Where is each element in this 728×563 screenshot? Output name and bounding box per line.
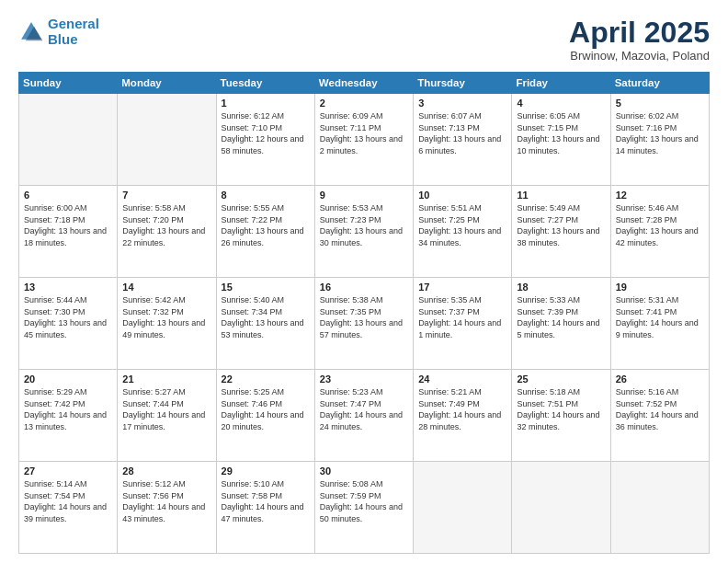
logo-text: General Blue xyxy=(48,17,99,47)
calendar-cell: 27Sunrise: 5:14 AMSunset: 7:54 PMDayligh… xyxy=(19,462,118,554)
calendar-cell: 21Sunrise: 5:27 AMSunset: 7:44 PMDayligh… xyxy=(118,370,216,462)
day-number: 9 xyxy=(320,190,408,201)
weekday-header-friday: Friday xyxy=(512,73,610,94)
calendar-cell: 17Sunrise: 5:35 AMSunset: 7:37 PMDayligh… xyxy=(414,278,512,370)
day-info: Sunrise: 5:29 AMSunset: 7:42 PMDaylight:… xyxy=(24,386,112,432)
day-info: Sunrise: 5:08 AMSunset: 7:59 PMDaylight:… xyxy=(320,478,408,524)
day-info: Sunrise: 6:09 AMSunset: 7:11 PMDaylight:… xyxy=(320,110,408,156)
day-number: 29 xyxy=(222,465,310,477)
day-info: Sunrise: 5:31 AMSunset: 7:41 PMDaylight:… xyxy=(616,294,704,340)
day-number: 16 xyxy=(320,282,408,293)
day-info: Sunrise: 5:42 AMSunset: 7:32 PMDaylight:… xyxy=(122,294,210,340)
day-number: 22 xyxy=(222,373,310,385)
logo: General Blue xyxy=(18,17,99,47)
calendar-cell: 22Sunrise: 5:25 AMSunset: 7:46 PMDayligh… xyxy=(216,370,314,462)
calendar-cell: 6Sunrise: 6:00 AMSunset: 7:18 PMDaylight… xyxy=(19,186,118,278)
week-row-3: 13Sunrise: 5:44 AMSunset: 7:30 PMDayligh… xyxy=(19,278,710,370)
day-info: Sunrise: 6:12 AMSunset: 7:10 PMDaylight:… xyxy=(222,110,310,156)
calendar-cell: 5Sunrise: 6:02 AMSunset: 7:16 PMDaylight… xyxy=(610,94,709,186)
calendar-cell xyxy=(118,94,216,186)
day-number: 6 xyxy=(24,190,112,201)
day-number: 14 xyxy=(122,282,210,293)
calendar-cell xyxy=(19,94,118,186)
week-row-5: 27Sunrise: 5:14 AMSunset: 7:54 PMDayligh… xyxy=(19,462,710,554)
day-info: Sunrise: 5:12 AMSunset: 7:56 PMDaylight:… xyxy=(122,478,210,524)
day-info: Sunrise: 5:44 AMSunset: 7:30 PMDaylight:… xyxy=(24,294,112,340)
day-info: Sunrise: 6:05 AMSunset: 7:15 PMDaylight:… xyxy=(517,110,605,156)
calendar-cell: 13Sunrise: 5:44 AMSunset: 7:30 PMDayligh… xyxy=(19,278,118,370)
day-info: Sunrise: 5:55 AMSunset: 7:22 PMDaylight:… xyxy=(222,202,310,248)
day-info: Sunrise: 5:38 AMSunset: 7:35 PMDaylight:… xyxy=(320,294,408,340)
day-info: Sunrise: 5:10 AMSunset: 7:58 PMDaylight:… xyxy=(222,478,310,524)
day-number: 23 xyxy=(320,373,408,385)
calendar-cell xyxy=(512,462,610,554)
day-number: 19 xyxy=(616,282,704,293)
day-number: 28 xyxy=(122,465,210,477)
day-info: Sunrise: 5:16 AMSunset: 7:52 PMDaylight:… xyxy=(616,386,704,432)
calendar-cell: 23Sunrise: 5:23 AMSunset: 7:47 PMDayligh… xyxy=(314,370,413,462)
calendar-cell: 28Sunrise: 5:12 AMSunset: 7:56 PMDayligh… xyxy=(118,462,216,554)
day-info: Sunrise: 5:25 AMSunset: 7:46 PMDaylight:… xyxy=(222,386,310,432)
calendar-cell xyxy=(414,462,512,554)
day-number: 15 xyxy=(222,282,310,293)
weekday-header-tuesday: Tuesday xyxy=(216,73,314,94)
day-number: 18 xyxy=(517,282,605,293)
calendar-cell xyxy=(610,462,709,554)
day-info: Sunrise: 5:27 AMSunset: 7:44 PMDaylight:… xyxy=(122,386,210,432)
day-info: Sunrise: 5:58 AMSunset: 7:20 PMDaylight:… xyxy=(122,202,210,248)
logo-line2: Blue xyxy=(48,31,78,47)
calendar-cell: 15Sunrise: 5:40 AMSunset: 7:34 PMDayligh… xyxy=(216,278,314,370)
day-number: 5 xyxy=(616,98,704,109)
calendar-cell: 10Sunrise: 5:51 AMSunset: 7:25 PMDayligh… xyxy=(414,186,512,278)
day-info: Sunrise: 5:18 AMSunset: 7:51 PMDaylight:… xyxy=(517,386,605,432)
calendar-cell: 25Sunrise: 5:18 AMSunset: 7:51 PMDayligh… xyxy=(512,370,610,462)
calendar-cell: 3Sunrise: 6:07 AMSunset: 7:13 PMDaylight… xyxy=(414,94,512,186)
calendar-cell: 24Sunrise: 5:21 AMSunset: 7:49 PMDayligh… xyxy=(414,370,512,462)
calendar-cell: 18Sunrise: 5:33 AMSunset: 7:39 PMDayligh… xyxy=(512,278,610,370)
weekday-header-sunday: Sunday xyxy=(19,73,118,94)
day-info: Sunrise: 5:21 AMSunset: 7:49 PMDaylight:… xyxy=(418,386,506,432)
logo-line1: General xyxy=(48,16,99,31)
calendar-cell: 20Sunrise: 5:29 AMSunset: 7:42 PMDayligh… xyxy=(19,370,118,462)
day-info: Sunrise: 5:14 AMSunset: 7:54 PMDaylight:… xyxy=(24,478,112,524)
day-info: Sunrise: 5:35 AMSunset: 7:37 PMDaylight:… xyxy=(418,294,506,340)
day-info: Sunrise: 5:51 AMSunset: 7:25 PMDaylight:… xyxy=(418,202,506,248)
main-title: April 2025 xyxy=(569,17,710,49)
calendar: SundayMondayTuesdayWednesdayThursdayFrid… xyxy=(18,72,710,554)
calendar-cell: 26Sunrise: 5:16 AMSunset: 7:52 PMDayligh… xyxy=(610,370,709,462)
week-row-4: 20Sunrise: 5:29 AMSunset: 7:42 PMDayligh… xyxy=(19,370,710,462)
week-row-1: 1Sunrise: 6:12 AMSunset: 7:10 PMDaylight… xyxy=(19,94,710,186)
day-info: Sunrise: 5:40 AMSunset: 7:34 PMDaylight:… xyxy=(222,294,310,340)
subtitle: Brwinow, Mazovia, Poland xyxy=(569,49,710,63)
day-number: 27 xyxy=(24,465,112,477)
day-info: Sunrise: 5:46 AMSunset: 7:28 PMDaylight:… xyxy=(616,202,704,248)
weekday-header-wednesday: Wednesday xyxy=(314,73,413,94)
calendar-cell: 2Sunrise: 6:09 AMSunset: 7:11 PMDaylight… xyxy=(314,94,413,186)
calendar-cell: 16Sunrise: 5:38 AMSunset: 7:35 PMDayligh… xyxy=(314,278,413,370)
day-number: 21 xyxy=(122,373,210,385)
calendar-cell: 4Sunrise: 6:05 AMSunset: 7:15 PMDaylight… xyxy=(512,94,610,186)
day-number: 26 xyxy=(616,373,704,385)
logo-icon xyxy=(18,19,44,45)
weekday-header-monday: Monday xyxy=(118,73,216,94)
day-number: 25 xyxy=(517,373,605,385)
day-info: Sunrise: 5:23 AMSunset: 7:47 PMDaylight:… xyxy=(320,386,408,432)
day-number: 10 xyxy=(418,190,506,201)
calendar-cell: 8Sunrise: 5:55 AMSunset: 7:22 PMDaylight… xyxy=(216,186,314,278)
day-info: Sunrise: 5:33 AMSunset: 7:39 PMDaylight:… xyxy=(517,294,605,340)
day-number: 13 xyxy=(24,282,112,293)
day-number: 1 xyxy=(222,98,310,109)
calendar-cell: 29Sunrise: 5:10 AMSunset: 7:58 PMDayligh… xyxy=(216,462,314,554)
calendar-cell: 1Sunrise: 6:12 AMSunset: 7:10 PMDaylight… xyxy=(216,94,314,186)
day-info: Sunrise: 6:00 AMSunset: 7:18 PMDaylight:… xyxy=(24,202,112,248)
day-number: 24 xyxy=(418,373,506,385)
day-number: 8 xyxy=(222,190,310,201)
week-row-2: 6Sunrise: 6:00 AMSunset: 7:18 PMDaylight… xyxy=(19,186,710,278)
calendar-cell: 11Sunrise: 5:49 AMSunset: 7:27 PMDayligh… xyxy=(512,186,610,278)
calendar-cell: 30Sunrise: 5:08 AMSunset: 7:59 PMDayligh… xyxy=(314,462,413,554)
day-info: Sunrise: 6:07 AMSunset: 7:13 PMDaylight:… xyxy=(418,110,506,156)
day-number: 11 xyxy=(517,190,605,201)
day-number: 4 xyxy=(517,98,605,109)
weekday-header-thursday: Thursday xyxy=(414,73,512,94)
calendar-cell: 12Sunrise: 5:46 AMSunset: 7:28 PMDayligh… xyxy=(610,186,709,278)
